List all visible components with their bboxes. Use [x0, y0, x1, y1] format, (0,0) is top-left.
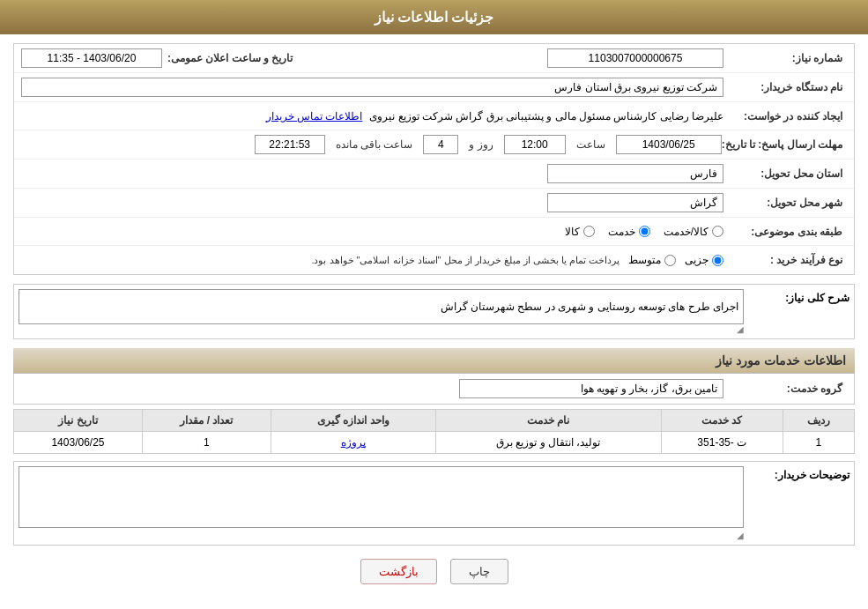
category-khadamat-label: خدمت — [608, 226, 635, 238]
buyer-org-label: نام دستگاه خریدار: — [723, 81, 847, 93]
category-radio-group: کالا/خدمت خدمت کالا — [565, 226, 723, 238]
cell-service-name: تولید، انتقال و توزیع برق — [435, 432, 661, 454]
creator-label: ایجاد کننده در خواست: — [723, 110, 847, 123]
process-value-cell: جزیی متوسط پرداخت تمام یا بخشی از مبلغ خ… — [21, 254, 723, 266]
publish-datetime-label: تاریخ و ساعت اعلان عمومی: — [167, 52, 297, 64]
publish-datetime-value: 1403/06/20 - 11:35 — [21, 48, 162, 68]
deadline-days: 4 — [423, 135, 458, 154]
col-date: تاریخ نیاز — [14, 410, 143, 432]
process-mottasat-option: متوسط — [628, 254, 676, 266]
city-label: شهر محل تحویل: — [723, 197, 847, 209]
city-row: شهر محل تحویل: گراش — [14, 189, 854, 218]
need-number-row: شماره نیاز: 1103007000000675 تاریخ و ساع… — [14, 44, 854, 73]
category-value-cell: کالا/خدمت خدمت کالا — [21, 226, 723, 238]
col-row-num: ردیف — [783, 410, 854, 432]
process-jazzi-option: جزیی — [685, 254, 723, 266]
page-wrapper: جزئیات اطلاعات نیاز شماره نیاز: 11030070… — [0, 0, 868, 609]
creator-contact-link[interactable]: اطلاعات تماس خریدار — [266, 110, 363, 123]
col-service-name: نام خدمت — [435, 410, 661, 432]
category-kala-khadamat-item: کالا/خدمت — [664, 226, 723, 238]
creator-value-cell: علیرضا رضایی کارشناس مسئول مالی و پشتیبا… — [21, 110, 723, 123]
description-label: شرح کلی نیاز: — [748, 285, 854, 311]
cell-service-code: ت -35-351 — [661, 432, 783, 454]
process-options-row: جزیی متوسط پرداخت تمام یا بخشی از مبلغ خ… — [311, 254, 723, 266]
service-group-value: تامین برق، گاز، بخار و تهویه هوا — [459, 379, 723, 398]
table-body: 1 ت -35-351 تولید، انتقال و توزیع برق پر… — [14, 432, 855, 454]
need-number-value-cell: 1103007000000675 — [315, 48, 723, 68]
category-kala-radio[interactable] — [583, 226, 595, 237]
resize-handle: ◢ — [19, 324, 744, 334]
cell-quantity: 1 — [142, 432, 271, 454]
process-jazzi-radio[interactable] — [712, 255, 723, 266]
page-header: جزئیات اطلاعات نیاز — [0, 0, 868, 34]
deadline-time-label: ساعت — [576, 138, 605, 151]
process-mottasat-radio[interactable] — [664, 255, 676, 266]
buyer-resize-handle: ◢ — [19, 531, 744, 540]
buyer-notes-wrap: ◢ — [14, 462, 748, 545]
description-value: اجرای طرح های توسعه روستایی و شهری در سط… — [19, 289, 744, 324]
process-label: نوع فرآیند خرید : — [723, 254, 847, 266]
province-row: استان محل تحویل: فارس — [14, 160, 854, 189]
deadline-day-label: روز و — [469, 138, 493, 151]
cell-row-num: 1 — [783, 432, 854, 454]
city-value-cell: گراش — [21, 193, 723, 212]
deadline-value-cell: 1403/06/25 ساعت 12:00 روز و 4 ساعت باقی … — [21, 135, 722, 154]
need-number-label: شماره نیاز: — [723, 52, 847, 64]
print-button[interactable]: چاپ — [450, 559, 508, 584]
col-quantity: تعداد / مقدار — [142, 410, 271, 432]
category-khadamat-radio[interactable] — [639, 226, 650, 237]
deadline-row: مهلت ارسال پاسخ: تا تاریخ: 1403/06/25 سا… — [14, 130, 854, 160]
service-group-row: گروه خدمت: تامین برق، گاز، بخار و تهویه … — [13, 374, 855, 405]
content-area: شماره نیاز: 1103007000000675 تاریخ و ساع… — [0, 34, 868, 606]
main-form-section: شماره نیاز: 1103007000000675 تاریخ و ساع… — [13, 43, 855, 275]
buttons-row: چاپ بازگشت — [13, 546, 855, 598]
category-khadamat-item: خدمت — [608, 226, 650, 238]
services-section-title: اطلاعات خدمات مورد نیاز — [13, 348, 855, 374]
category-kala-khadamat-radio[interactable] — [712, 226, 723, 237]
province-label: استان محل تحویل: — [723, 167, 847, 180]
buyer-notes-label: توضیحات خریدار: — [748, 462, 854, 488]
buyer-org-input: شرکت توزیع نیروی برق استان فارس — [21, 78, 723, 97]
category-label: طبقه بندی موضوعی: — [723, 226, 847, 238]
need-number-input: 1103007000000675 — [547, 48, 723, 68]
service-group-label: گروه خدمت: — [723, 382, 847, 395]
category-kala-khadamat-label: کالا/خدمت — [664, 226, 708, 238]
deadline-label: مهلت ارسال پاسخ: تا تاریخ: — [722, 138, 847, 151]
cell-unit[interactable]: پروژه — [271, 432, 435, 454]
process-mottasat-label: متوسط — [628, 254, 661, 266]
table-row: 1 ت -35-351 تولید، انتقال و توزیع برق پر… — [14, 432, 855, 454]
col-unit: واحد اندازه گیری — [271, 410, 435, 432]
services-table: ردیف کد خدمت نام خدمت واحد اندازه گیری ت… — [13, 409, 855, 454]
deadline-time: 12:00 — [504, 135, 566, 154]
buyer-notes-textarea[interactable] — [19, 466, 744, 528]
creator-text: علیرضا رضایی کارشناس مسئول مالی و پشتیبا… — [369, 110, 723, 123]
deadline-remaining: 22:21:53 — [255, 135, 325, 154]
process-row: نوع فرآیند خرید : جزیی متوسط پرداخت تمام… — [14, 246, 854, 274]
col-service-code: کد خدمت — [661, 410, 783, 432]
buyer-org-value-cell: شرکت توزیع نیروی برق استان فارس — [21, 78, 723, 97]
back-button[interactable]: بازگشت — [360, 559, 437, 584]
process-jazzi-label: جزیی — [685, 254, 708, 266]
deadline-remaining-label: ساعت باقی مانده — [336, 138, 413, 151]
city-input: گراش — [547, 193, 723, 212]
page-title: جزئیات اطلاعات نیاز — [375, 10, 494, 25]
province-value-cell: فارس — [21, 164, 723, 183]
cell-date: 1403/06/25 — [14, 432, 143, 454]
creator-row: ایجاد کننده در خواست: علیرضا رضایی کارشن… — [14, 102, 854, 130]
province-input: فارس — [547, 164, 723, 183]
category-row: طبقه بندی موضوعی: کالا/خدمت خدمت — [14, 218, 854, 246]
description-input-wrap: اجرای طرح های توسعه روستایی و شهری در سط… — [14, 285, 748, 338]
buyer-org-row: نام دستگاه خریدار: شرکت توزیع نیروی برق … — [14, 73, 854, 102]
deadline-date: 1403/06/25 — [616, 135, 722, 154]
table-header-row: ردیف کد خدمت نام خدمت واحد اندازه گیری ت… — [14, 410, 855, 432]
category-kala-label: کالا — [565, 226, 580, 238]
category-kala-item: کالا — [565, 226, 595, 238]
process-extra-text: پرداخت تمام یا بخشی از مبلغ خریدار از مح… — [311, 255, 619, 266]
description-section: شرح کلی نیاز: اجرای طرح های توسعه روستای… — [13, 284, 855, 339]
buyer-notes-section: توضیحات خریدار: ◢ — [13, 461, 855, 546]
